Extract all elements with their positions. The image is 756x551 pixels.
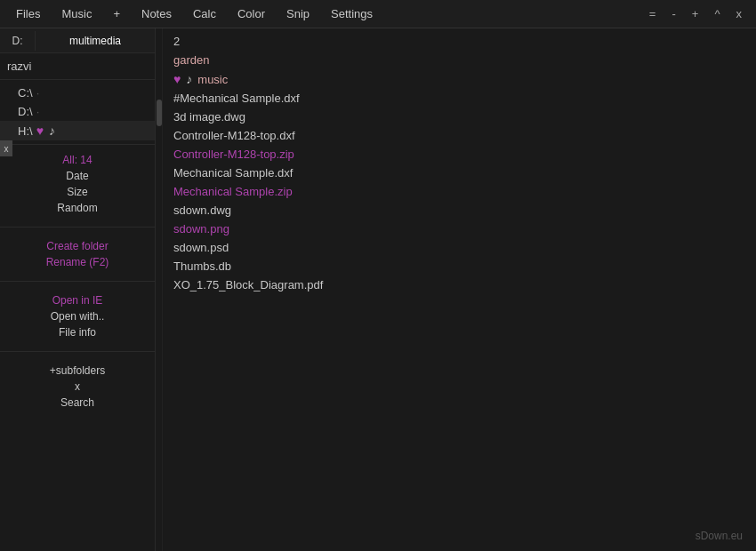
file-item[interactable]: 3d image.dwg xyxy=(163,108,756,126)
sort-date[interactable]: Date xyxy=(0,168,155,184)
maximize-button[interactable]: + xyxy=(685,5,706,22)
folder-actions: Create folder Rename (F2) xyxy=(0,231,155,277)
sort-random[interactable]: Random xyxy=(0,200,155,216)
file-item[interactable]: sdown.dwg xyxy=(163,201,756,220)
file-name: sdown.png xyxy=(173,222,229,236)
restore-button[interactable]: ^ xyxy=(707,5,727,22)
file-name: Controller-M128-top.dxf xyxy=(173,129,295,142)
left-panel: D: multimedia razvi C:\ · D:\ · H:\ ♥ xyxy=(0,28,156,551)
file-name: sdown.dwg xyxy=(173,204,231,217)
drive-c-label: C:\ xyxy=(18,86,33,100)
drive-h-label: H:\ xyxy=(18,124,33,138)
file-item[interactable]: Mechanical Sample.dxf xyxy=(163,164,756,182)
file-item[interactable]: Controller-M128-top.dxf xyxy=(163,126,756,145)
drive-h-icons: ♥ ♪ xyxy=(36,124,55,138)
open-with-link[interactable]: Open with.. xyxy=(0,308,155,324)
file-info-link[interactable]: File info xyxy=(0,324,155,340)
menu-color[interactable]: Color xyxy=(229,4,274,24)
file-name: Mechanical Sample.zip xyxy=(173,185,293,198)
file-panel: 2garden♥♪music#Mechanical Sample.dxf3d i… xyxy=(163,28,756,551)
heart-icon: ♥ xyxy=(36,124,44,138)
file-name: music xyxy=(197,73,228,86)
file-name: sdown.psd xyxy=(173,241,229,254)
file-item[interactable]: sdown.png xyxy=(163,220,756,238)
drive-list: C:\ · D:\ · H:\ ♥ ♪ xyxy=(0,80,155,145)
menu-music[interactable]: Music xyxy=(52,4,101,24)
folder-tree: razvi xyxy=(0,53,155,80)
menu-settings[interactable]: Settings xyxy=(322,4,382,24)
file-item[interactable]: #Mechanical Sample.dxf xyxy=(163,89,756,108)
file-item[interactable]: ♥♪music xyxy=(163,69,756,89)
file-name: 3d image.dwg xyxy=(173,110,245,124)
eq-button[interactable]: = xyxy=(642,5,664,22)
file-name: 2 xyxy=(173,35,180,48)
file-item[interactable]: 2 xyxy=(163,32,756,51)
create-folder-link[interactable]: Create folder xyxy=(0,238,155,254)
file-item[interactable]: garden xyxy=(163,51,756,69)
file-name: garden xyxy=(173,53,209,67)
open-actions: Open in IE Open with.. File info xyxy=(0,285,155,347)
drive-d[interactable]: D:\ · xyxy=(0,102,155,121)
window-controls: = - + ^ x xyxy=(642,5,749,22)
x-link[interactable]: x xyxy=(0,379,155,395)
folder-music-icon: ♪ xyxy=(186,72,192,86)
file-item[interactable]: Mechanical Sample.zip xyxy=(163,182,756,201)
minimize-button[interactable]: - xyxy=(664,5,682,22)
menu-files[interactable]: Files xyxy=(7,4,49,24)
drive-bar: D: multimedia xyxy=(0,28,155,53)
branding: sDown.eu xyxy=(696,530,743,542)
rename-link[interactable]: Rename (F2) xyxy=(0,254,155,270)
drive-h[interactable]: H:\ ♥ ♪ xyxy=(0,121,155,140)
all-count: All: 14 xyxy=(0,152,155,168)
sort-size[interactable]: Size xyxy=(0,184,155,200)
file-item[interactable]: sdown.psd xyxy=(163,238,756,257)
folder-name: razvi xyxy=(7,60,31,73)
open-in-ie-link[interactable]: Open in IE xyxy=(0,292,155,308)
menu-calc[interactable]: Calc xyxy=(184,4,225,24)
file-item[interactable]: XO_1.75_Block_Diagram.pdf xyxy=(163,276,756,294)
file-item[interactable]: Thumbs.db xyxy=(163,257,756,276)
bottom-actions: +subfolders x Search xyxy=(0,355,155,418)
file-name: Thumbs.db xyxy=(173,260,231,273)
current-path[interactable]: multimedia xyxy=(36,31,155,51)
drive-c-dot: · xyxy=(36,86,40,100)
search-link[interactable]: Search xyxy=(0,395,155,411)
menu-plus[interactable]: + xyxy=(104,4,129,24)
drive-d-label: D:\ xyxy=(18,105,33,118)
subfolders-link[interactable]: +subfolders xyxy=(0,363,155,379)
x-side-button[interactable]: x xyxy=(0,140,12,156)
close-button[interactable]: x xyxy=(729,5,750,22)
scroll-thumb xyxy=(157,100,162,126)
drive-d-dot: · xyxy=(36,105,40,118)
music-note-icon: ♪ xyxy=(49,124,55,138)
drive-c[interactable]: C:\ · xyxy=(0,84,155,102)
stats-area: All: 14 Date Size Random xyxy=(0,145,155,223)
left-scrollbar[interactable] xyxy=(156,28,163,551)
file-name: XO_1.75_Block_Diagram.pdf xyxy=(173,278,323,291)
folder-heart-icon: ♥ xyxy=(173,72,181,86)
file-name: Controller-M128-top.zip xyxy=(173,148,294,161)
menu-notes[interactable]: Notes xyxy=(133,4,181,24)
file-item[interactable]: Controller-M128-top.zip xyxy=(163,145,756,164)
main-content: D: multimedia razvi C:\ · D:\ · H:\ ♥ xyxy=(0,28,756,551)
menu-bar: Files Music + Notes Calc Color Snip Sett… xyxy=(0,0,756,28)
file-name: #Mechanical Sample.dxf xyxy=(173,92,300,105)
folder-razvi[interactable]: razvi xyxy=(0,57,155,76)
current-drive-label[interactable]: D: xyxy=(0,31,36,51)
file-name: Mechanical Sample.dxf xyxy=(173,166,293,180)
menu-snip[interactable]: Snip xyxy=(277,4,318,24)
